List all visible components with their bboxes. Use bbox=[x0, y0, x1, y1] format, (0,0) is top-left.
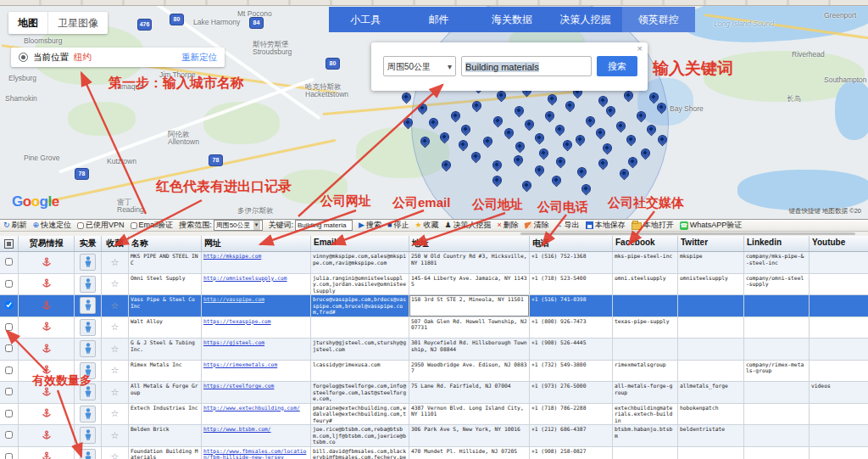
toolbar-item-delete[interactable]: ×删除 bbox=[498, 220, 519, 231]
favorite-star-icon[interactable]: ☆ bbox=[111, 344, 120, 354]
toolbar-item-select[interactable]: 搜索范围:周围50公里▼ bbox=[179, 220, 262, 231]
nav-tab[interactable]: 海关数据 bbox=[476, 7, 548, 32]
column-header-yt[interactable]: Youtube bbox=[810, 236, 868, 251]
row-checkbox[interactable] bbox=[5, 410, 13, 417]
toolbar-item-star[interactable]: ★收藏 bbox=[415, 220, 438, 231]
row-checkbox[interactable] bbox=[5, 301, 13, 309]
website-link[interactable]: http://www.extechbuilding.com/ bbox=[203, 405, 300, 411]
row-checkbox[interactable] bbox=[5, 323, 13, 331]
street-view-button[interactable] bbox=[80, 319, 96, 336]
favorite-star-icon[interactable]: ☆ bbox=[111, 258, 120, 267]
column-header-phone[interactable]: 电话 bbox=[530, 236, 613, 251]
table-row[interactable]: ☆ Foundation Building Materials https://… bbox=[0, 447, 868, 459]
range-select[interactable]: 周围50公里 bbox=[383, 56, 456, 76]
toolbar-checkbox[interactable] bbox=[131, 222, 137, 229]
toolbar-keyword-input[interactable]: Building materia bbox=[295, 220, 353, 231]
satellite-button[interactable]: 卫星图像 bbox=[48, 12, 108, 34]
toolbar-item-export[interactable]: →导出 bbox=[555, 220, 580, 231]
table-row[interactable]: ☆ MKS PIPE AND STEEL INC http://mkspipe.… bbox=[0, 252, 868, 274]
column-header-tw[interactable]: Twitter bbox=[678, 236, 744, 251]
website-link[interactable]: https://texaspipe.com bbox=[203, 318, 271, 324]
website-link[interactable]: http://www.btsbm.com/ bbox=[203, 426, 271, 432]
row-checkbox[interactable] bbox=[5, 431, 13, 439]
favorite-star-icon[interactable]: ☆ bbox=[111, 366, 120, 375]
column-header-li[interactable]: Linkedin bbox=[744, 236, 810, 251]
scrollbar-thumb[interactable] bbox=[520, 232, 855, 235]
favorite-star-icon[interactable]: ☆ bbox=[111, 409, 120, 418]
favorite-star-icon[interactable]: ☆ bbox=[111, 452, 120, 459]
street-view-button[interactable] bbox=[80, 297, 96, 314]
column-header-fav[interactable]: 收藏 bbox=[102, 236, 129, 251]
website-link[interactable]: https://rimexmetals.com bbox=[203, 361, 277, 367]
select-all-checkbox[interactable] bbox=[4, 239, 14, 249]
toolbar-item-locate[interactable]: ⊕快速定位 bbox=[33, 220, 72, 231]
table-row[interactable]: ☆ All Metals & Forge Group https://steel… bbox=[0, 382, 868, 404]
street-view-button[interactable] bbox=[80, 254, 96, 271]
toolbar-item-refresh[interactable]: ↻刷新 bbox=[3, 220, 27, 231]
toolbar-item-checkbox[interactable]: 已使用VPN bbox=[77, 220, 125, 231]
column-header-view[interactable]: 实景 bbox=[75, 236, 102, 251]
horizontal-scrollbar[interactable] bbox=[0, 232, 868, 236]
map-area[interactable]: BloomsburgElysburgShamokinPine GroveKutz… bbox=[0, 5, 868, 219]
column-header-trade[interactable]: 贸易情报 bbox=[19, 236, 75, 251]
website-link[interactable]: http://mkspipe.com bbox=[203, 253, 261, 259]
street-view-button[interactable] bbox=[80, 406, 96, 423]
table-row[interactable]: ☆ Belden Brick http://www.btsbm.com/ joe… bbox=[0, 425, 868, 447]
search-button[interactable]: 搜索 bbox=[597, 56, 637, 76]
toolbar-item-play[interactable]: ▶搜索 bbox=[359, 220, 381, 231]
website-link[interactable]: https://gjsteel.com bbox=[203, 339, 264, 345]
favorite-star-icon[interactable]: ☆ bbox=[111, 388, 120, 397]
street-view-button[interactable] bbox=[80, 276, 96, 293]
row-checkbox[interactable] bbox=[5, 280, 13, 288]
toolbar-item-checkbox[interactable]: Email验证 bbox=[131, 220, 174, 231]
map-place-label: Lake Harmony bbox=[193, 19, 240, 26]
table-row[interactable]: ☆ Walt Alloy https://texaspipe.com 507 O… bbox=[0, 317, 868, 339]
website-link[interactable]: http://vasspipe.com bbox=[203, 296, 264, 302]
nav-tab[interactable]: 决策人挖掘 bbox=[548, 7, 621, 32]
toolbar-item-stop[interactable]: ■停止 bbox=[387, 220, 409, 231]
street-view-button[interactable] bbox=[80, 340, 96, 357]
nav-tab[interactable]: 小工具 bbox=[329, 7, 402, 32]
close-icon[interactable]: × bbox=[637, 43, 643, 53]
relocate-link[interactable]: 重新定位 bbox=[181, 52, 217, 64]
favorite-star-icon[interactable]: ☆ bbox=[111, 431, 120, 440]
toolbar-item-input[interactable]: 关键词:Building materia bbox=[269, 220, 353, 231]
favorite-star-icon[interactable]: ☆ bbox=[111, 279, 120, 288]
street-view-button[interactable] bbox=[80, 427, 96, 444]
nav-tab[interactable]: 领英群控 bbox=[622, 7, 695, 32]
row-checkbox[interactable] bbox=[5, 367, 13, 374]
toolbar-item-save[interactable]: 本地保存 bbox=[586, 220, 626, 231]
favorite-star-icon[interactable]: ☆ bbox=[111, 301, 120, 311]
table-row[interactable]: ☆ Rimex Metals Inc https://rimexmetals.c… bbox=[0, 361, 868, 383]
row-checkbox[interactable] bbox=[5, 453, 13, 459]
column-header-cb[interactable] bbox=[0, 236, 19, 251]
nav-tab[interactable]: 邮件 bbox=[402, 7, 475, 32]
favorite-star-icon[interactable]: ☆ bbox=[111, 322, 120, 332]
map-button[interactable]: 地图 bbox=[8, 12, 47, 34]
toolbar-checkbox[interactable] bbox=[77, 222, 84, 229]
street-view-button[interactable] bbox=[80, 449, 96, 459]
column-header-email[interactable]: Email bbox=[311, 236, 409, 251]
column-header-addr[interactable]: 地址 bbox=[409, 236, 530, 251]
website-link[interactable]: http://omnisteelsupply.com bbox=[203, 275, 287, 281]
toolbar-item-erase[interactable]: 清除 bbox=[525, 220, 549, 231]
toolbar-item-folder[interactable]: 本地打开 bbox=[632, 220, 674, 231]
keyword-input[interactable]: Building materials bbox=[461, 56, 592, 76]
current-location-bar[interactable]: 当前位置 纽约 重新定位 bbox=[11, 48, 225, 67]
map-pin-icon[interactable] bbox=[400, 91, 414, 104]
column-header-name[interactable]: 名称 bbox=[129, 236, 202, 251]
row-checkbox[interactable] bbox=[5, 344, 13, 352]
toolbar-item-person[interactable]: ♟决策人挖掘 bbox=[444, 220, 491, 231]
website-link[interactable]: https://www.fbmsales.com/location/fbm-hi… bbox=[203, 448, 306, 459]
table-row[interactable]: ☆ Vass Pipe & Steel Co Inc http://vasspi… bbox=[0, 295, 868, 317]
toolbar-range-select[interactable]: 周围50公里▼ bbox=[214, 220, 263, 231]
toolbar-item-whatsapp[interactable]: ☎WhatsAPP验证 bbox=[680, 220, 743, 231]
website-link[interactable]: https://steelforge.com bbox=[203, 383, 274, 389]
column-header-fb[interactable]: Facebook bbox=[613, 236, 678, 251]
table-row[interactable]: ☆ Extech Industries Inc http://www.extec… bbox=[0, 404, 868, 426]
table-row[interactable]: ☆ G & J Steel & Tubing Inc. https://gjst… bbox=[0, 339, 868, 361]
row-checkbox[interactable] bbox=[5, 388, 13, 395]
table-row[interactable]: ☆ Omni Steel Supply http://omnisteelsupp… bbox=[0, 274, 868, 296]
column-header-url[interactable]: 网址 bbox=[202, 236, 311, 251]
row-checkbox[interactable] bbox=[5, 258, 13, 266]
